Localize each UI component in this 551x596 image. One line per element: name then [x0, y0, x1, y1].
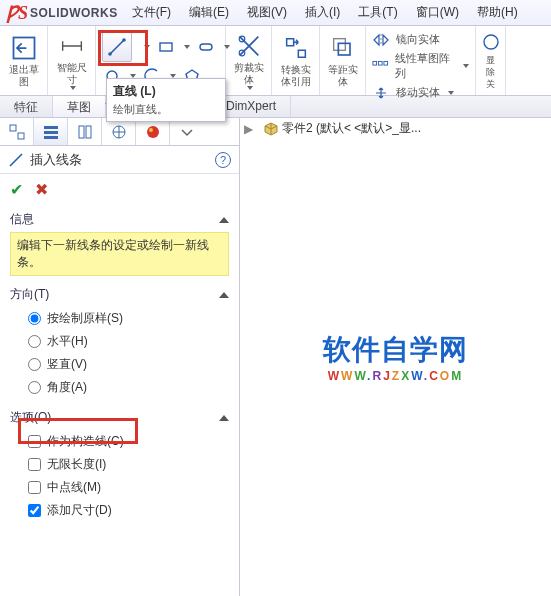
titlebar: ǷS SOLIDWORKS 文件(F) 编辑(E) 视图(V) 插入(I) 工具…: [0, 0, 551, 26]
panel-tab-appearance[interactable]: [136, 118, 170, 145]
panel-tabs: [0, 118, 239, 146]
menu-window[interactable]: 窗口(W): [412, 2, 463, 23]
rectangle-tool-button[interactable]: [156, 37, 176, 57]
panel-tab-config[interactable]: [68, 118, 102, 145]
chevron-up-icon: [219, 217, 229, 223]
svg-point-26: [149, 128, 153, 132]
dir-asdrawn[interactable]: 按绘制原样(S): [10, 307, 229, 330]
chevron-down-icon: [448, 91, 454, 95]
chevron-down-icon: [247, 86, 253, 90]
model-tree-root[interactable]: 零件2 (默认< <默认>_显...: [264, 120, 421, 137]
offset-label: 等距实 体: [328, 64, 358, 88]
pattern-icon: [372, 59, 389, 73]
offset-button[interactable]: 等距实 体: [320, 26, 366, 95]
property-panel: 插入线条 ? ✔ ✖ 信息 编辑下一新线条的设定或绘制一新线条。 方向(T) 按…: [0, 118, 240, 596]
svg-point-25: [147, 126, 159, 138]
info-label: 信息: [10, 211, 34, 228]
svg-rect-19: [44, 126, 58, 129]
info-body: 编辑下一新线条的设定或绘制一新线条。: [10, 232, 229, 276]
tree-expand-icon[interactable]: ▶: [244, 122, 253, 136]
panel-header: 插入线条 ?: [0, 146, 239, 174]
chevron-down-icon: [463, 64, 469, 68]
radio-vert[interactable]: [28, 358, 41, 371]
panel-tab-dim[interactable]: [102, 118, 136, 145]
tab-feature[interactable]: 特征: [0, 96, 53, 117]
main-area: 插入线条 ? ✔ ✖ 信息 编辑下一新线条的设定或绘制一新线条。 方向(T) 按…: [0, 118, 551, 596]
radio-horiz[interactable]: [28, 335, 41, 348]
tab-sketch[interactable]: 草图: [53, 96, 106, 117]
checkbox-infinite[interactable]: [28, 458, 41, 471]
smart-dimension-button[interactable]: 智能尺 寸: [48, 26, 96, 95]
chevron-down-icon[interactable]: [184, 45, 190, 49]
svg-rect-12: [338, 43, 350, 55]
panel-tab-feature[interactable]: [0, 118, 34, 145]
chevron-up-icon: [219, 292, 229, 298]
dir-asdrawn-label: 按绘制原样(S): [47, 310, 123, 327]
logo-ds-icon: ǷS: [6, 2, 28, 24]
opt-infinite[interactable]: 无限长度(I): [10, 453, 229, 476]
dir-vert[interactable]: 竖直(V): [10, 353, 229, 376]
exit-sketch-icon: [10, 34, 38, 62]
viewport[interactable]: ▶ 零件2 (默认< <默认>_显... 软件自学网 WWW.RJZXW.COM: [240, 118, 551, 596]
pattern-label: 线性草图阵列: [395, 51, 456, 81]
exit-sketch-button[interactable]: 退出草 图: [0, 26, 48, 95]
svg-point-16: [484, 35, 498, 49]
trim-label: 剪裁实 体: [234, 62, 264, 86]
menu-edit[interactable]: 编辑(E): [185, 2, 233, 23]
opt-infinite-label: 无限长度(I): [47, 456, 106, 473]
pattern-button[interactable]: 线性草图阵列: [372, 51, 469, 81]
menu-help[interactable]: 帮助(H): [473, 2, 522, 23]
slot-tool-button[interactable]: [196, 37, 216, 57]
opt-midpoint[interactable]: 中点线(M): [10, 476, 229, 499]
line-icon: [8, 152, 24, 168]
svg-rect-22: [79, 126, 84, 138]
tooltip-title: 直线 (L): [113, 83, 219, 100]
menu-insert[interactable]: 插入(I): [301, 2, 344, 23]
convert-icon: [282, 34, 310, 62]
info-header[interactable]: 信息: [10, 211, 229, 228]
radio-angle[interactable]: [28, 381, 41, 394]
move-icon: [372, 86, 390, 100]
doc-tabs: 特征 草图 钣金 评估 DimXpert: [0, 96, 551, 118]
offset-icon: [329, 34, 357, 62]
ok-button[interactable]: ✔: [10, 180, 23, 199]
trim-button[interactable]: 剪裁实 体: [226, 26, 272, 95]
opt-midpoint-label: 中点线(M): [47, 479, 101, 496]
show-relations-button[interactable]: 显 除 关: [476, 26, 506, 95]
svg-rect-11: [333, 38, 345, 50]
mirror-button[interactable]: 镜向实体: [372, 32, 440, 47]
menu-file[interactable]: 文件(F): [128, 2, 175, 23]
menu-view[interactable]: 视图(V): [243, 2, 291, 23]
annotation-highlight-adddim: [18, 418, 138, 444]
dir-angle[interactable]: 角度(A): [10, 376, 229, 399]
chevron-up-icon: [219, 415, 229, 421]
chevron-down-icon: [70, 86, 76, 90]
property-icon: [42, 123, 60, 141]
dir-horiz[interactable]: 水平(H): [10, 330, 229, 353]
direction-header[interactable]: 方向(T): [10, 286, 229, 303]
convert-button[interactable]: 转换实 体引用: [272, 26, 320, 95]
show-icon: [481, 32, 501, 52]
trim-icon: [235, 32, 263, 60]
menu-tools[interactable]: 工具(T): [354, 2, 401, 23]
radio-asdrawn[interactable]: [28, 312, 41, 325]
help-icon[interactable]: ?: [215, 152, 231, 168]
dropdown-arrow-icon: [178, 123, 196, 141]
move-button[interactable]: 移动实体: [372, 85, 454, 100]
mirror-icon: [372, 33, 390, 47]
svg-rect-14: [378, 61, 382, 65]
move-label: 移动实体: [396, 85, 440, 100]
slot-icon: [198, 39, 214, 55]
smart-dimension-icon: [58, 32, 86, 60]
dir-horiz-label: 水平(H): [47, 333, 88, 350]
confirm-row: ✔ ✖: [0, 174, 239, 205]
panel-tab-property[interactable]: [34, 118, 68, 145]
app-logo: ǷS SOLIDWORKS: [6, 2, 118, 24]
annotation-highlight-line: [98, 30, 148, 66]
checkbox-midpoint[interactable]: [28, 481, 41, 494]
cancel-button[interactable]: ✖: [35, 180, 48, 199]
opt-adddim[interactable]: 添加尺寸(D): [10, 499, 229, 522]
svg-rect-4: [160, 43, 172, 51]
panel-tab-more[interactable]: [170, 118, 204, 145]
checkbox-adddim[interactable]: [28, 504, 41, 517]
